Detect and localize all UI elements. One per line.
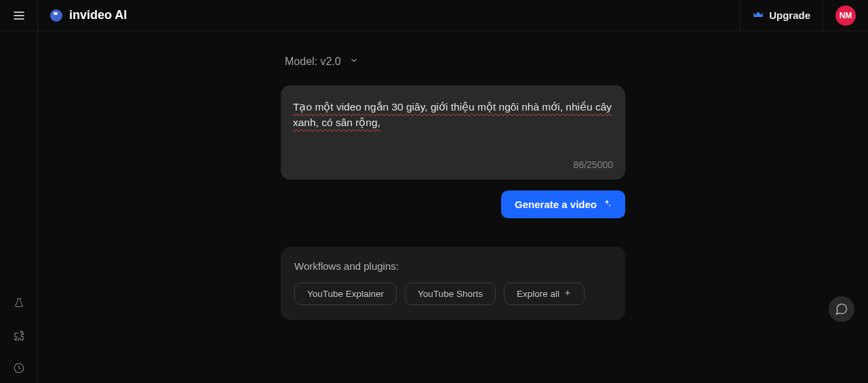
chip-youtube-explainer[interactable]: YouTube Explainer [294, 283, 397, 305]
sidebar-plugin-icon[interactable] [12, 329, 26, 342]
hamburger-menu[interactable] [0, 0, 38, 31]
main-layout: Model: v2.0 Tạo một video ngắn 30 giây, … [0, 31, 868, 383]
char-count: 86/25000 [293, 159, 613, 170]
chip-label: YouTube Explainer [307, 289, 384, 299]
model-selector[interactable]: Model: v2.0 [281, 56, 625, 68]
upgrade-label: Upgrade [769, 9, 810, 21]
brand[interactable]: invideo AI [38, 8, 127, 22]
chat-icon [835, 302, 848, 316]
help-button[interactable] [829, 296, 854, 322]
chip-youtube-shorts[interactable]: YouTube Shorts [405, 283, 496, 305]
left-sidebar [0, 31, 38, 383]
main-content: Model: v2.0 Tạo một video ngắn 30 giây, … [38, 31, 868, 383]
prompt-textarea[interactable]: Tạo một video ngắn 30 giây, giới thiệu m… [293, 99, 613, 157]
generate-button[interactable]: Generate a video [501, 190, 625, 218]
generate-row: Generate a video [281, 190, 625, 218]
prompt-box[interactable]: Tạo một video ngắn 30 giây, giới thiệu m… [281, 85, 625, 180]
plus-icon [564, 289, 572, 299]
sparkle-icon [602, 199, 612, 210]
model-label: Model: v2.0 [285, 56, 341, 68]
header-right: Upgrade NM [740, 0, 856, 31]
generate-label: Generate a video [515, 199, 597, 210]
sidebar-flask-icon[interactable] [12, 296, 26, 310]
chevron-down-icon [349, 56, 359, 68]
header-left: invideo AI [0, 0, 127, 31]
sidebar-history-icon[interactable] [12, 361, 26, 375]
brand-text: invideo AI [69, 8, 127, 22]
brand-logo-icon [50, 9, 62, 22]
hamburger-icon [12, 9, 26, 22]
chip-explore-all[interactable]: Explore all [504, 283, 585, 305]
app-header: invideo AI Upgrade NM [0, 0, 868, 31]
avatar[interactable]: NM [835, 5, 856, 26]
workflow-chips: YouTube Explainer YouTube Shorts Explore… [294, 283, 612, 305]
chip-label: Explore all [517, 289, 559, 299]
avatar-initials: NM [840, 11, 852, 20]
crown-icon [753, 9, 764, 21]
upgrade-button[interactable]: Upgrade [740, 0, 823, 31]
workflows-title: Workflows and plugins: [294, 260, 612, 272]
chip-label: YouTube Shorts [418, 289, 483, 299]
workflows-box: Workflows and plugins: YouTube Explainer… [281, 247, 625, 320]
